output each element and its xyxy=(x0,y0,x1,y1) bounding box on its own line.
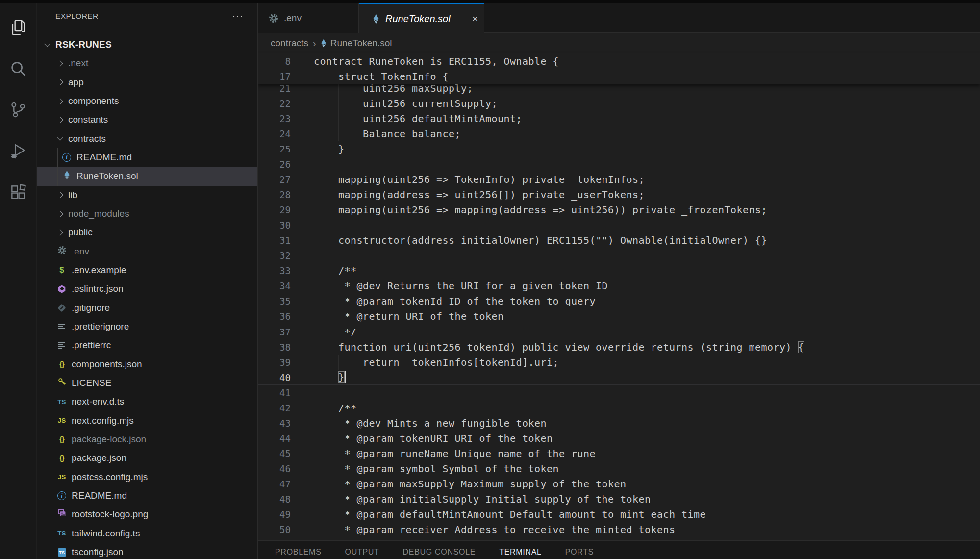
line-number[interactable]: 45 xyxy=(258,448,291,459)
tree-item-rootstock-logo-png[interactable]: rootstock-logo.png xyxy=(37,505,257,524)
code-line-39[interactable]: 39 return _tokenInfos[tokenId].uri; xyxy=(258,355,980,370)
tree-item--env[interactable]: .env xyxy=(37,242,257,261)
activity-extensions-button[interactable] xyxy=(0,172,36,213)
tree-item-contracts[interactable]: contracts xyxy=(37,129,257,148)
code-line-48[interactable]: 48 * @param initialSupply Initial supply… xyxy=(258,492,980,507)
line-number[interactable]: 35 xyxy=(258,296,291,306)
tree-item-postcss-config-mjs[interactable]: JSpostcss.config.mjs xyxy=(37,468,257,486)
code-line-32[interactable]: 32 xyxy=(258,248,980,263)
code-line-24[interactable]: 24 Balance balance; xyxy=(258,126,980,141)
code-line-44[interactable]: 44 * @param tokenURI URI of the token xyxy=(258,431,980,446)
line-number[interactable]: 34 xyxy=(258,280,291,291)
code-line-31[interactable]: 31 constructor(address initialOwner) ERC… xyxy=(258,233,980,248)
code-line-34[interactable]: 34 * @dev Returns the URI for a given to… xyxy=(258,279,980,294)
sticky-line-8[interactable]: 8contract RuneToken is ERC1155, Ownable … xyxy=(258,53,980,69)
tree-item-constants[interactable]: constants xyxy=(37,110,257,129)
line-number[interactable]: 24 xyxy=(258,128,291,139)
line-number[interactable]: 49 xyxy=(258,509,291,520)
panel-tab-output[interactable]: OUTPUT xyxy=(345,548,379,557)
tree-item-package-lock-json[interactable]: {}package-lock.json xyxy=(37,430,257,449)
line-number[interactable]: 39 xyxy=(258,357,291,368)
tab--env[interactable]: .env xyxy=(258,3,359,33)
line-number[interactable]: 40 xyxy=(258,372,291,383)
line-number[interactable]: 30 xyxy=(258,220,291,230)
panel-tab-terminal[interactable]: TERMINAL xyxy=(499,548,542,557)
tree-item--env-example[interactable]: $.env.example xyxy=(37,261,257,280)
line-number[interactable]: 50 xyxy=(258,524,291,535)
tree-item--prettierrc[interactable]: .prettierrc xyxy=(37,336,257,355)
line-number[interactable]: 28 xyxy=(258,189,291,200)
code-line-35[interactable]: 35 * @param tokenId ID of the token to q… xyxy=(258,294,980,309)
panel-tab-ports[interactable]: PORTS xyxy=(565,548,594,557)
code-line-23[interactable]: 23 uint256 defaultMintAmount; xyxy=(258,111,980,126)
tree-item-license[interactable]: LICENSE xyxy=(37,374,257,392)
tree-item--prettierignore[interactable]: .prettierignore xyxy=(37,317,257,336)
line-number[interactable]: 22 xyxy=(258,98,291,109)
code-line-45[interactable]: 45 * @param runeName Unique name of the … xyxy=(258,446,980,461)
code-line-49[interactable]: 49 * @param defaultMintAmount Default am… xyxy=(258,507,980,522)
tree-item--eslintrc-json[interactable]: .eslintrc.json xyxy=(37,280,257,298)
tree-item-app[interactable]: app xyxy=(37,73,257,92)
tree-item-next-config-mjs[interactable]: JSnext.config.mjs xyxy=(37,411,257,430)
code-line-37[interactable]: 37 */ xyxy=(258,324,980,339)
more-actions-icon[interactable]: ··· xyxy=(232,14,244,19)
line-number[interactable]: 8 xyxy=(258,56,291,67)
breadcrumb-folder[interactable]: contracts xyxy=(271,38,308,49)
line-number[interactable]: 48 xyxy=(258,494,291,505)
close-icon[interactable]: × xyxy=(472,14,478,24)
line-number[interactable]: 33 xyxy=(258,265,291,276)
code-line-33[interactable]: 33 /** xyxy=(258,263,980,279)
tree-item-readme-md[interactable]: iREADME.md xyxy=(37,148,257,167)
activity-run-and-debug-button[interactable] xyxy=(0,130,36,172)
code-line-29[interactable]: 29 mapping(uint256 => mapping(address =>… xyxy=(258,203,980,218)
line-number[interactable]: 44 xyxy=(258,433,291,444)
line-number[interactable]: 29 xyxy=(258,204,291,215)
tree-item-tailwind-config-ts[interactable]: TStailwind.config.ts xyxy=(37,524,257,543)
line-number[interactable]: 27 xyxy=(258,174,291,185)
code-line-36[interactable]: 36 * @return URI of the token xyxy=(258,309,980,324)
tree-item-lib[interactable]: lib xyxy=(37,186,257,204)
line-number[interactable]: 41 xyxy=(258,387,291,398)
tree-item-components-json[interactable]: {}components.json xyxy=(37,355,257,374)
panel-tab-problems[interactable]: PROBLEMS xyxy=(275,548,322,557)
code-line-25[interactable]: 25 } xyxy=(258,141,980,156)
line-number[interactable]: 23 xyxy=(258,113,291,124)
code-line-30[interactable]: 30 xyxy=(258,218,980,233)
tree-item--next[interactable]: .next xyxy=(37,54,257,73)
breadcrumb-file[interactable]: RuneToken.sol xyxy=(330,38,392,49)
line-number[interactable]: 43 xyxy=(258,418,291,429)
line-number[interactable]: 42 xyxy=(258,403,291,413)
sticky-line-17[interactable]: 17 struct TokenInfo { xyxy=(258,69,980,84)
panel-tab-debug-console[interactable]: DEBUG CONSOLE xyxy=(403,548,476,557)
tree-item-tsconfig-json[interactable]: TStsconfig.json xyxy=(37,543,257,559)
code-line-50[interactable]: 50 * @param receiver Address to receive … xyxy=(258,522,980,537)
tree-item-public[interactable]: public xyxy=(37,223,257,242)
tab-runetoken-sol[interactable]: RuneToken.sol× xyxy=(359,3,484,33)
line-number[interactable]: 17 xyxy=(258,71,291,82)
code-line-47[interactable]: 47 * @param maxSupply Maximum supply of … xyxy=(258,477,980,492)
code-line-22[interactable]: 22 uint256 currentSupply; xyxy=(258,96,980,111)
tree-item-readme-md[interactable]: iREADME.md xyxy=(37,486,257,505)
tree-item-components[interactable]: components xyxy=(37,92,257,110)
line-number[interactable]: 21 xyxy=(258,83,291,94)
tree-item-next-env-d-ts[interactable]: TSnext-env.d.ts xyxy=(37,392,257,411)
activity-explorer-button[interactable] xyxy=(0,7,36,48)
line-number[interactable]: 26 xyxy=(258,159,291,170)
line-number[interactable]: 37 xyxy=(258,327,291,337)
code-line-46[interactable]: 46 * @param symbol Symbol of the token xyxy=(258,461,980,477)
tree-item-package-json[interactable]: {}package.json xyxy=(37,449,257,467)
line-number[interactable]: 38 xyxy=(258,342,291,353)
code-line-42[interactable]: 42 /** xyxy=(258,400,980,415)
tree-item-runetoken-sol[interactable]: RuneToken.sol xyxy=(37,167,257,185)
code-line-26[interactable]: 26 xyxy=(258,156,980,172)
code-line-40[interactable]: 40 } xyxy=(258,370,980,385)
line-number[interactable]: 36 xyxy=(258,311,291,322)
code-line-43[interactable]: 43 * @dev Mints a new fungible token xyxy=(258,415,980,431)
line-number[interactable]: 25 xyxy=(258,144,291,154)
line-number[interactable]: 46 xyxy=(258,463,291,474)
code-line-38[interactable]: 38 function uri(uint256 tokenId) public … xyxy=(258,339,980,355)
code-line-28[interactable]: 28 mapping(address => uint256[]) private… xyxy=(258,187,980,202)
tree-item-node-modules[interactable]: node_modules xyxy=(37,204,257,223)
line-number[interactable]: 31 xyxy=(258,235,291,246)
code-line-41[interactable]: 41 xyxy=(258,385,980,400)
